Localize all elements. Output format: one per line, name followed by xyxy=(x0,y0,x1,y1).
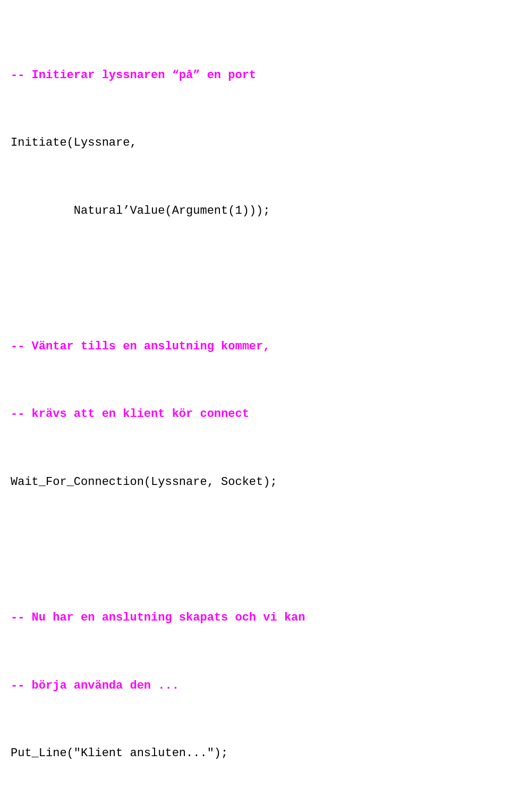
code-block: -- Initierar lyssnaren “på” en port Init… xyxy=(11,16,494,812)
code-line-10: -- börja använda den ... xyxy=(11,677,494,694)
code-line-11: Put_Line("Klient ansluten..."); xyxy=(11,745,494,762)
code-line-7: Wait_For_Connection(Lyssnare, Socket); xyxy=(11,474,494,491)
code-line-9: -- Nu har en anslutning skapats och vi k… xyxy=(11,609,494,626)
code-line-3: Natural’Value(Argument(1))); xyxy=(11,203,494,220)
code-line-8 xyxy=(11,542,494,559)
code-line-5: -- Väntar tills en anslutning kommer, xyxy=(11,338,494,355)
code-line-1: -- Initierar lyssnaren “på” en port xyxy=(11,67,494,84)
code-line-6: -- krävs att en klient kör connect xyxy=(11,406,494,423)
code-line-4 xyxy=(11,270,494,287)
code-line-2: Initiate(Lyssnare, xyxy=(11,135,494,152)
